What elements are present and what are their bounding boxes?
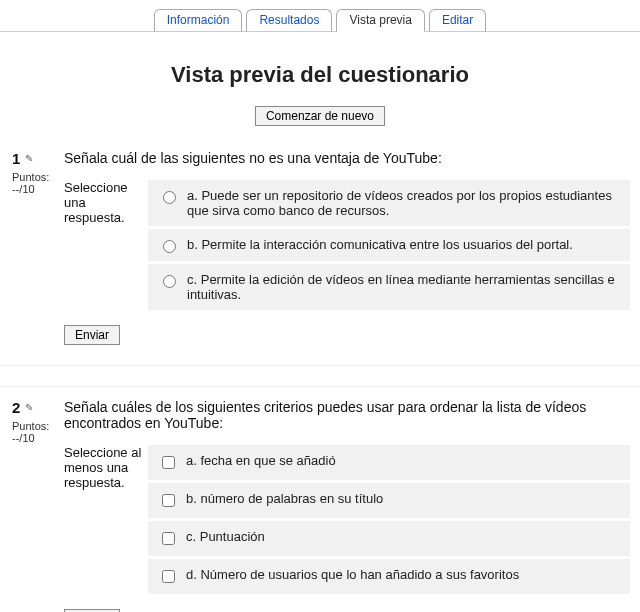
option-row[interactable]: b. Permite la interacción comunicativa e… — [148, 229, 630, 261]
option-radio[interactable] — [163, 191, 176, 204]
option-text: d. Número de usuarios que lo han añadido… — [186, 567, 620, 582]
option-text: b. número de palabras en su título — [186, 491, 620, 506]
option-text: c. Permite la edición de vídeos en línea… — [187, 272, 620, 302]
option-row[interactable]: c. Puntuación — [148, 521, 630, 556]
tab-vista-previa[interactable]: Vista previa — [336, 9, 424, 32]
tab-informacion[interactable]: Información — [154, 9, 243, 32]
option-row[interactable]: a. Puede ser un repositorio de vídeos cr… — [148, 180, 630, 226]
points-label: Puntos: — [12, 171, 64, 183]
option-text: a. Puede ser un repositorio de vídeos cr… — [187, 188, 620, 218]
answer-instruction: Seleccione una respuesta. — [64, 180, 148, 313]
option-radio[interactable] — [163, 275, 176, 288]
question-prompt: Señala cuál de las siguientes no es una … — [64, 150, 630, 166]
page-title: Vista previa del cuestionario — [0, 62, 640, 88]
submit-button[interactable]: Enviar — [64, 325, 120, 345]
option-radio[interactable] — [163, 240, 176, 253]
restart-button[interactable]: Comenzar de nuevo — [255, 106, 385, 126]
option-row[interactable]: d. Número de usuarios que lo han añadido… — [148, 559, 630, 594]
question-number: 1 — [12, 150, 20, 167]
option-checkbox[interactable] — [162, 456, 175, 469]
option-row[interactable]: c. Permite la edición de vídeos en línea… — [148, 264, 630, 310]
question-block: 2 ✎ Puntos: --/10 Señala cuáles de los s… — [0, 393, 640, 612]
option-checkbox[interactable] — [162, 494, 175, 507]
answer-instruction: Seleccione al menos una respuesta. — [64, 445, 148, 597]
option-checkbox[interactable] — [162, 532, 175, 545]
option-text: c. Puntuación — [186, 529, 620, 544]
option-checkbox[interactable] — [162, 570, 175, 583]
points-value: --/10 — [12, 183, 64, 195]
points-value: --/10 — [12, 432, 64, 444]
option-row[interactable]: a. fecha en que se añadió — [148, 445, 630, 480]
question-number: 2 — [12, 399, 20, 416]
tab-resultados[interactable]: Resultados — [246, 9, 332, 32]
tab-editar[interactable]: Editar — [429, 9, 486, 32]
option-text: a. fecha en que se añadió — [186, 453, 620, 468]
question-block: 1 ✎ Puntos: --/10 Señala cuál de las sig… — [0, 144, 640, 359]
option-text: b. Permite la interacción comunicativa e… — [187, 237, 620, 252]
points-label: Puntos: — [12, 420, 64, 432]
edit-icon[interactable]: ✎ — [25, 153, 33, 164]
question-prompt: Señala cuáles de los siguientes criterio… — [64, 399, 630, 431]
question-divider — [0, 365, 640, 387]
option-row[interactable]: b. número de palabras en su título — [148, 483, 630, 518]
tabs-bar: Información Resultados Vista previa Edit… — [0, 0, 640, 32]
edit-icon[interactable]: ✎ — [25, 402, 33, 413]
